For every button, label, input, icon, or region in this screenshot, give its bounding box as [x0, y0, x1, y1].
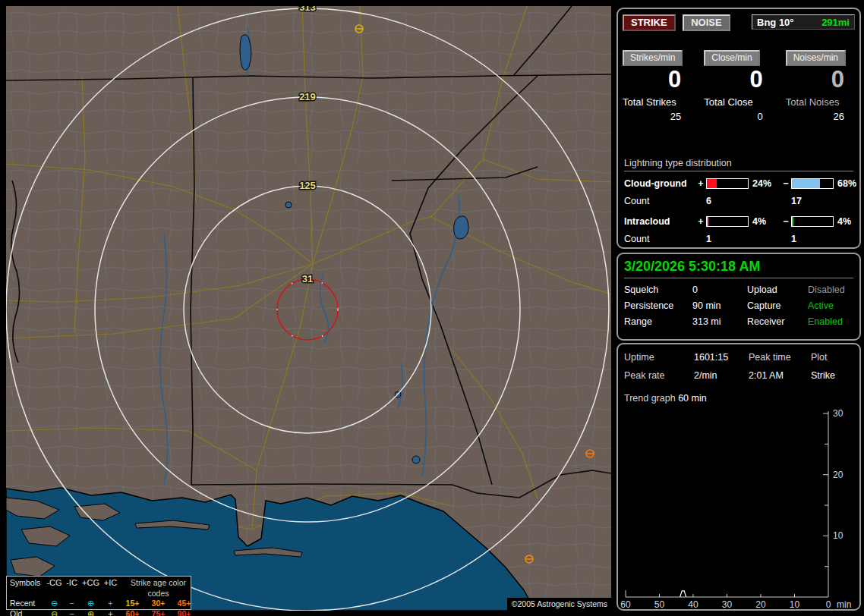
minus-sign: −: [780, 178, 791, 189]
date-time-display: 3/20/2026 5:30:18 AM: [624, 259, 853, 278]
plus-sign: +: [695, 178, 706, 189]
capture-label: Capture: [747, 300, 808, 311]
lightning-distribution-section: Lightning type distribution Cloud-ground…: [624, 158, 853, 254]
strikes-per-min-value: 0: [623, 68, 693, 92]
noises-per-min-value: 0: [786, 68, 856, 92]
legend-age-header: Strike age color codes: [120, 578, 197, 599]
cloud-ground-row: Cloud-ground + 24% − 68%: [624, 178, 853, 189]
age-45: 45+: [172, 599, 197, 609]
capture-status: Active: [808, 300, 855, 311]
svg-text:20: 20: [755, 599, 766, 609]
cg-plus-pct: 24%: [749, 178, 780, 189]
cloud-ground-label: Cloud-ground: [624, 178, 695, 189]
cg-plus-count: 6: [706, 196, 780, 206]
svg-text:20: 20: [833, 470, 844, 480]
trend-data-spike: [680, 591, 686, 597]
bearing-value: Bng 10°: [757, 17, 794, 28]
map-legend: Symbols -CG -IC +CG +IC Strike age color…: [6, 576, 191, 610]
svg-text:10: 10: [833, 530, 844, 541]
ic-minus-bar: [791, 216, 834, 227]
legend-header-ic-minus: -IC: [63, 578, 80, 599]
age-90: 90+: [172, 609, 197, 616]
receiver-status: Enabled: [808, 316, 855, 327]
status-panel: 3/20/2026 5:30:18 AM Squelch 0 Upload Di…: [616, 253, 861, 341]
count-label: Count: [624, 196, 695, 206]
total-close-label: Total Close: [704, 96, 774, 108]
bearing-range-readout: Bng 10° 291mi: [752, 14, 855, 30]
age-75: 75+: [145, 609, 172, 616]
minus-icon: −: [63, 609, 80, 616]
trend-axis-labels: 30 20 10 60 50 40 30 20 10 0 min: [620, 408, 851, 609]
age-30: 30+: [145, 599, 172, 609]
strike-counter-panel: STRIKE NOISE Bng 10° 291mi Strikes/min 0…: [616, 8, 861, 249]
total-strikes-value: 25: [623, 111, 693, 122]
persistence-value: 90 min: [692, 300, 747, 311]
cg-plus-bar: [706, 178, 749, 189]
lightning-map[interactable]: 313 219 125 31: [6, 6, 611, 611]
map-panel[interactable]: 313 219 125 31 Symbols -CG -IC +CG +IC: [6, 6, 611, 611]
persistence-label: Persistence: [624, 300, 692, 311]
circle-plus-icon: ⊕: [80, 599, 101, 609]
x-axis-unit: min: [837, 599, 851, 609]
ic-minus-pct: 4%: [834, 216, 864, 227]
total-noises-label: Total Noises: [786, 96, 856, 108]
squelch-label: Squelch: [624, 284, 692, 295]
noises-counter: Noises/min 0 Total Noises 26: [786, 50, 856, 122]
intracloud-label: Intracloud: [624, 216, 695, 227]
svg-text:40: 40: [688, 599, 698, 609]
noise-mode-button[interactable]: NOISE: [683, 14, 730, 31]
legend-row-recent-label: Recent: [10, 599, 46, 609]
receiver-label: Receiver: [747, 316, 808, 327]
ic-plus-pct: 4%: [749, 216, 780, 227]
ic-plus-bar: [706, 216, 749, 227]
app-window: 313 219 125 31 Symbols -CG -IC +CG +IC: [0, 0, 864, 616]
plus-icon: +: [101, 599, 120, 609]
svg-text:10: 10: [790, 599, 800, 609]
ring-label-313: 313: [299, 6, 316, 13]
range-label: Range: [624, 316, 692, 327]
ring-label-219: 219: [299, 91, 316, 102]
minus-icon: −: [63, 599, 80, 609]
cg-minus-count: 17: [791, 196, 837, 206]
svg-text:30: 30: [722, 599, 733, 609]
age-15: 15+: [120, 599, 145, 609]
legend-header-cg-plus: +CG: [80, 578, 101, 599]
close-per-min-button[interactable]: Close/min: [704, 50, 759, 66]
total-strikes-label: Total Strikes: [623, 96, 693, 108]
legend-row-old-label: Old: [10, 609, 46, 616]
cloud-ground-count-row: Count 6 17: [624, 196, 853, 206]
cg-minus-bar: [791, 178, 834, 189]
trend-panel: Uptime 1601:15 Peak time Plot Peak rate …: [616, 343, 861, 611]
ring-label-125: 125: [299, 180, 316, 191]
intracloud-row: Intracloud + 4% − 4%: [624, 216, 853, 227]
legend-header-symbols: Symbols: [10, 578, 46, 599]
strikes-per-min-button[interactable]: Strikes/min: [623, 50, 683, 66]
circle-plus-icon: ⊕: [80, 609, 101, 616]
svg-text:30: 30: [833, 408, 844, 419]
svg-text:0: 0: [826, 599, 831, 609]
total-noises-value: 26: [786, 111, 856, 122]
copyright-label: ©2005 Astrogenic Systems: [507, 598, 611, 611]
ic-plus-count: 1: [706, 234, 780, 244]
count-label: Count: [624, 234, 695, 244]
strike-mode-button[interactable]: STRIKE: [623, 14, 676, 31]
noises-per-min-button[interactable]: Noises/min: [786, 50, 846, 66]
trend-axes: [626, 411, 828, 597]
intracloud-count-row: Count 1 1: [624, 234, 853, 244]
minus-sign: −: [780, 216, 791, 227]
svg-text:50: 50: [654, 599, 665, 609]
strikes-counter: Strikes/min 0 Total Strikes 25: [623, 50, 693, 122]
ic-minus-count: 1: [791, 234, 837, 244]
circle-minus-icon: ⊖: [46, 599, 63, 609]
plus-icon: +: [101, 609, 120, 616]
range-setting-value: 313 mi: [692, 316, 747, 327]
distribution-title: Lightning type distribution: [624, 158, 853, 171]
squelch-value: 0: [692, 284, 747, 295]
total-close-value: 0: [704, 111, 774, 122]
circle-minus-icon: ⊖: [46, 609, 63, 616]
plus-sign: +: [695, 216, 706, 227]
close-per-min-value: 0: [704, 68, 774, 92]
upload-label: Upload: [747, 284, 808, 295]
range-value: 291mi: [821, 15, 850, 30]
svg-text:60: 60: [620, 599, 631, 609]
